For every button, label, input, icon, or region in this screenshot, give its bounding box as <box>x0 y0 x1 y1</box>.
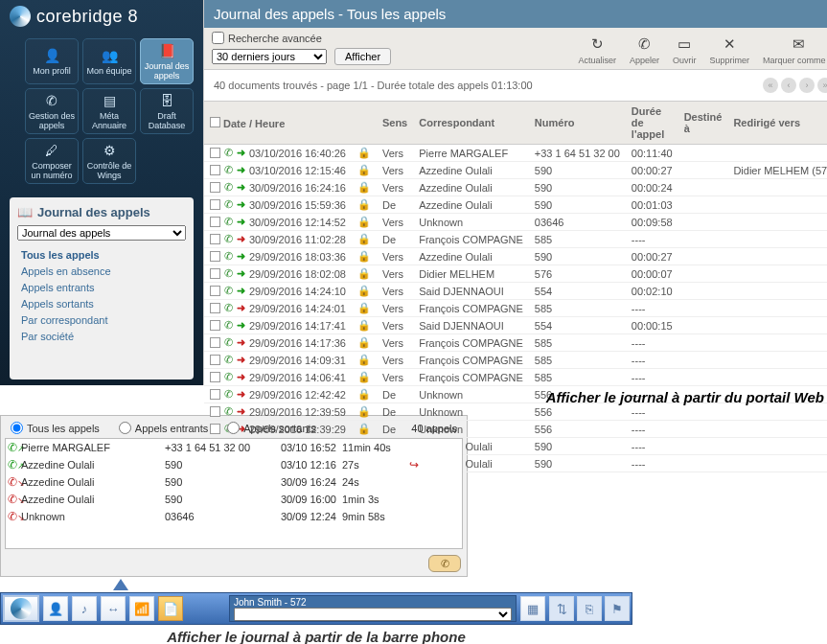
mark-read-button[interactable]: ✉Marquer comme lu <box>763 34 827 65</box>
advanced-search-toggle[interactable]: Recherche avancée <box>212 32 391 44</box>
row-checkbox[interactable] <box>210 424 220 434</box>
widget-call-row[interactable]: ✆↘Azzedine Oulali59030/09 16:2424s <box>6 473 462 491</box>
widget-call-row[interactable]: ✆↗Pierre MARGALEF+33 1 64 51 32 0003/10 … <box>6 439 462 456</box>
refresh-button[interactable]: ↻Actualiser <box>578 34 616 65</box>
row-redir <box>727 421 827 438</box>
row-checkbox[interactable] <box>210 182 220 193</box>
row-checkbox[interactable] <box>210 355 220 365</box>
widget-call-row[interactable]: ✆↘Azzedine Oulali59030/09 16:001min 3s <box>6 491 462 508</box>
phonebar-dialpad-icon[interactable]: ▦ <box>520 596 545 621</box>
row-checkbox[interactable] <box>210 406 220 417</box>
widget-filter-radio[interactable]: Appels entrants <box>119 422 208 434</box>
widget-call-row[interactable]: ✆↗Azzedine Oulali59003/10 12:1627s↪ <box>6 456 462 473</box>
nav-tile-calllog[interactable]: 📕Journal des appels <box>140 38 194 84</box>
column-header[interactable]: Date / Heure <box>204 102 352 145</box>
pager-next[interactable]: › <box>799 78 815 93</box>
nav-tile-meta-dir[interactable]: ▤Méta Annuaire <box>82 88 136 134</box>
nav-tile-wings[interactable]: ⚙Contrôle de Wings <box>82 138 136 184</box>
select-all-checkbox[interactable] <box>210 117 220 127</box>
row-checkbox[interactable] <box>210 165 220 175</box>
table-row[interactable]: ✆➜30/09/2016 15:59:36🔒DeAzzedine Oulali5… <box>204 196 827 214</box>
row-number: 585 <box>529 369 626 386</box>
call-button[interactable]: ✆Appeler <box>630 34 659 65</box>
row-checkbox[interactable] <box>210 148 220 158</box>
table-row[interactable]: ✆➜29/09/2016 14:17:36🔒VersFrançois COMPA… <box>204 334 827 352</box>
table-row[interactable]: ✆➜03/10/2016 16:40:26🔒VersPierre MARGALE… <box>204 145 827 162</box>
journal-link[interactable]: Tous les appels <box>17 247 186 263</box>
widget-filter-input[interactable] <box>11 422 23 434</box>
row-checkbox[interactable] <box>210 268 220 279</box>
journal-link[interactable]: Par correspondant <box>17 312 186 328</box>
phonebar-calllog-button[interactable]: 📄 <box>158 596 183 621</box>
table-row[interactable]: ✆➜29/09/2016 18:02:08🔒VersDidier MELHEM5… <box>204 265 827 283</box>
row-correspondent: Unknown <box>413 214 529 231</box>
column-header[interactable] <box>352 102 377 145</box>
row-checkbox[interactable] <box>210 372 220 382</box>
journal-link[interactable]: Appels entrants <box>17 280 186 295</box>
journal-link[interactable]: Appels sortants <box>17 296 186 311</box>
advanced-search-checkbox[interactable] <box>212 32 224 44</box>
row-number: 585 <box>529 231 626 248</box>
nav-tile-draft-db[interactable]: 🗄Draft Database <box>140 88 194 134</box>
row-checkbox[interactable] <box>210 389 220 400</box>
row-redir <box>727 265 827 283</box>
table-row[interactable]: ✆➜29/09/2016 14:06:41🔒VersFrançois COMPA… <box>204 369 827 386</box>
pager-last[interactable]: » <box>817 78 827 93</box>
table-row[interactable]: ✆➜30/09/2016 12:14:52🔒VersUnknown0364600… <box>204 214 827 231</box>
row-checkbox[interactable] <box>210 199 220 210</box>
phonebar-broadcast-icon[interactable]: 📶 <box>129 596 154 621</box>
journal-link[interactable]: Par société <box>17 329 186 344</box>
nav-tile-profile[interactable]: 👤Mon profil <box>25 38 79 84</box>
table-row[interactable]: ✆➜29/09/2016 14:17:41🔒VersSaid DJENNAOUI… <box>204 317 827 334</box>
phonebar-btn-c[interactable]: ⚑ <box>605 596 630 621</box>
phonebar-presence-icon[interactable]: 👤 <box>43 596 68 621</box>
table-row[interactable]: ✆➜29/09/2016 18:03:36🔒VersAzzedine Oulal… <box>204 248 827 265</box>
journal-scope-select[interactable]: Journal des appels <box>17 225 186 241</box>
widget-call-row[interactable]: ✆↘Unknown0364630/09 12:249min 58s <box>6 508 462 525</box>
lock-icon: 🔒 <box>357 181 371 193</box>
open-button[interactable]: ▭Ouvrir <box>673 34 697 65</box>
nav-tile-team[interactable]: 👥Mon équipe <box>82 38 136 84</box>
pager-first[interactable]: « <box>763 78 778 93</box>
widget-filter-radio[interactable]: Tous les appels <box>11 422 100 434</box>
table-row[interactable]: ✆➜29/09/2016 12:39:59🔒DeUnknown556---- <box>204 403 827 421</box>
table-row[interactable]: ✆➜29/09/2016 14:24:01🔒VersFrançois COMPA… <box>204 300 827 317</box>
phonebar-btn-b[interactable]: ⎘ <box>577 596 602 621</box>
table-row[interactable]: ✆➜30/09/2016 11:02:28🔒DeFrançois COMPAGN… <box>204 231 827 248</box>
row-duration: ---- <box>626 421 678 438</box>
row-checkbox[interactable] <box>210 234 220 244</box>
table-row[interactable]: ✆➜03/10/2016 12:15:46🔒VersAzzedine Oulal… <box>204 162 827 179</box>
table-row[interactable]: ✆➜29/09/2016 14:09:31🔒VersFrançois COMPA… <box>204 352 827 369</box>
widget-call-button[interactable]: ✆ <box>428 555 461 572</box>
show-button[interactable]: Afficher <box>334 48 391 65</box>
row-checkbox[interactable] <box>210 217 220 227</box>
phonebar-transfer-icon[interactable]: ↔ <box>101 596 126 621</box>
nav-tile-compose[interactable]: 🖊Composer un numéro <box>25 138 79 184</box>
phonebar-btn-a[interactable]: ⇅ <box>549 596 574 621</box>
widget-filter-radio[interactable]: Appels sortants <box>227 422 316 434</box>
nav-tile-call-mgmt[interactable]: ✆Gestion des appels <box>25 88 79 134</box>
table-row[interactable]: ✆➜30/09/2016 16:24:16🔒VersAzzedine Oulal… <box>204 179 827 196</box>
row-date: 29/09/2016 14:17:41 <box>249 320 346 332</box>
column-header[interactable]: Redirigé vers <box>727 102 827 145</box>
phonebar-home-button[interactable] <box>3 595 39 622</box>
row-checkbox[interactable] <box>210 286 220 296</box>
journal-link[interactable]: Appels en absence <box>17 264 186 279</box>
phonebar-music-icon[interactable]: ♪ <box>72 596 97 621</box>
delete-button[interactable]: ✕Supprimer <box>709 34 749 65</box>
table-row[interactable]: ✆➜29/09/2016 14:24:10🔒VersSaid DJENNAOUI… <box>204 283 827 300</box>
row-checkbox[interactable] <box>210 337 220 348</box>
row-checkbox[interactable] <box>210 320 220 331</box>
widget-filter-input[interactable] <box>119 422 131 434</box>
column-header[interactable]: Sens <box>377 102 413 145</box>
phonebar-dial-select[interactable] <box>234 608 512 621</box>
column-header[interactable]: Correspondant <box>413 102 529 145</box>
row-checkbox[interactable] <box>210 251 220 262</box>
column-header[interactable]: Durée de l'appel <box>626 102 678 145</box>
period-select[interactable]: 30 derniers jours <box>212 49 327 64</box>
row-checkbox[interactable] <box>210 303 220 313</box>
column-header[interactable]: Destiné à <box>678 102 728 145</box>
widget-filter-input[interactable] <box>227 422 240 434</box>
pager-prev[interactable]: ‹ <box>781 78 796 93</box>
column-header[interactable]: Numéro <box>529 102 626 145</box>
